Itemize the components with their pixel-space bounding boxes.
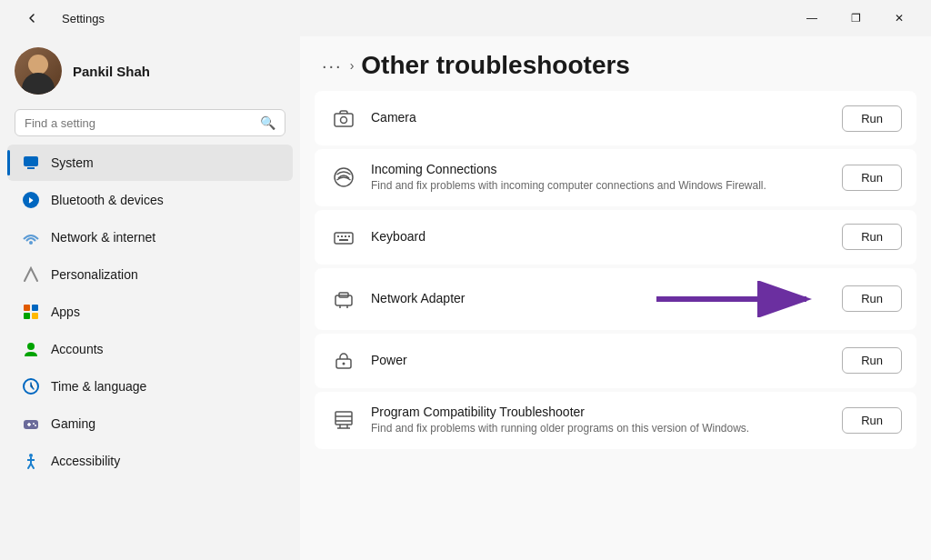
ts-network-adapter-run-btn[interactable]: Run: [842, 285, 902, 312]
ts-item-incoming-connections: Incoming Connections Find and fix proble…: [315, 149, 916, 206]
arrow-annotation: [647, 281, 829, 317]
ts-power-info: Power: [371, 353, 829, 369]
svg-rect-25: [341, 235, 343, 237]
sidebar-item-accessibility[interactable]: Accessibility: [7, 443, 293, 479]
search-input[interactable]: [25, 116, 253, 130]
svg-rect-1: [27, 167, 35, 169]
system-icon: [22, 154, 40, 172]
power-icon: [329, 346, 358, 375]
maximize-button[interactable]: ❐: [835, 4, 876, 33]
svg-point-15: [29, 454, 33, 457]
user-profile[interactable]: Pankil Shah: [0, 36, 300, 109]
ts-network-adapter-info: Network Adapter: [371, 291, 635, 307]
bluetooth-icon: [22, 191, 40, 209]
window-controls: — ❐ ✕: [791, 4, 920, 33]
sidebar-item-system-label: System: [51, 155, 94, 170]
sidebar-item-time-label: Time & language: [51, 379, 146, 394]
svg-rect-0: [24, 156, 38, 166]
ts-power-name: Power: [371, 353, 829, 367]
ts-item-program-compatibility: Program Compatibility Troubleshooter Fin…: [315, 392, 916, 449]
ts-item-power: Power Run: [315, 334, 916, 388]
program-compatibility-icon: [329, 405, 358, 435]
svg-rect-12: [27, 424, 31, 425]
personalization-icon: [22, 265, 40, 284]
svg-point-21: [341, 117, 347, 124]
sidebar-item-accessibility-label: Accessibility: [51, 454, 120, 468]
sidebar-item-accounts-label: Accounts: [51, 342, 104, 356]
sidebar-item-network[interactable]: Network & internet: [7, 219, 293, 255]
purple-arrow-icon: [647, 281, 829, 317]
ts-program-compat-run-btn[interactable]: Run: [842, 407, 902, 434]
ts-incoming-desc: Find and fix problems with incoming comp…: [371, 178, 829, 194]
main-content: ··· › Other troubleshooters Camera Run: [300, 36, 931, 560]
close-button[interactable]: ✕: [878, 4, 920, 33]
sidebar-item-apps[interactable]: Apps: [7, 294, 293, 330]
sidebar-item-time[interactable]: Time & language: [7, 368, 293, 405]
svg-point-13: [33, 423, 35, 425]
svg-point-3: [29, 241, 33, 245]
sidebar-item-bluetooth-label: Bluetooth & devices: [51, 193, 164, 207]
accounts-icon: [22, 340, 40, 358]
search-box[interactable]: 🔍: [15, 109, 285, 136]
svg-point-14: [35, 425, 36, 426]
ts-camera-run-btn[interactable]: Run: [842, 105, 902, 132]
svg-rect-6: [24, 313, 30, 319]
sidebar-item-accounts[interactable]: Accounts: [7, 331, 293, 367]
sidebar-item-network-label: Network & internet: [51, 230, 155, 245]
ts-power-run-btn[interactable]: Run: [842, 347, 902, 374]
sidebar-item-gaming-label: Gaming: [51, 416, 95, 431]
apps-icon: [22, 303, 40, 321]
avatar: [15, 47, 62, 95]
svg-rect-5: [32, 305, 38, 311]
network-adapter-icon: [329, 285, 358, 314]
page-title: Other troubleshooters: [361, 51, 630, 80]
keyboard-icon: [329, 223, 358, 252]
username: Pankil Shah: [73, 64, 150, 79]
search-icon: 🔍: [260, 115, 275, 130]
ts-keyboard-info: Keyboard: [371, 229, 829, 245]
breadcrumb-arrow: ›: [350, 58, 355, 73]
svg-point-36: [343, 362, 345, 365]
ts-keyboard-run-btn[interactable]: Run: [842, 224, 902, 250]
camera-icon: [329, 104, 358, 133]
sidebar-item-bluetooth[interactable]: Bluetooth & devices: [7, 182, 293, 218]
svg-rect-20: [335, 114, 353, 126]
minimize-button[interactable]: —: [791, 4, 833, 33]
ts-camera-name: Camera: [371, 110, 829, 125]
time-icon: [22, 377, 40, 395]
svg-rect-28: [339, 239, 348, 241]
back-button[interactable]: [11, 4, 53, 33]
svg-line-19: [31, 464, 34, 468]
svg-rect-4: [24, 305, 30, 311]
sidebar-item-apps-label: Apps: [51, 305, 80, 319]
app-title: Settings: [62, 12, 105, 25]
network-icon: [22, 228, 40, 246]
titlebar-left: Settings: [11, 4, 105, 33]
ts-incoming-run-btn[interactable]: Run: [842, 165, 902, 191]
titlebar: Settings — ❐ ✕: [0, 0, 931, 36]
ts-program-compat-name: Program Compatibility Troubleshooter: [371, 405, 829, 419]
svg-rect-23: [335, 233, 353, 244]
sidebar-item-gaming[interactable]: Gaming: [7, 405, 293, 442]
troubleshooter-list: Camera Run Incoming Connections Find and: [300, 91, 931, 449]
svg-point-8: [27, 343, 35, 350]
ts-incoming-info: Incoming Connections Find and fix proble…: [371, 162, 829, 194]
svg-rect-37: [335, 412, 352, 425]
app-body: Pankil Shah 🔍 System: [0, 36, 931, 560]
svg-rect-27: [348, 235, 350, 237]
ts-program-compat-info: Program Compatibility Troubleshooter Fin…: [371, 405, 829, 436]
sidebar: Pankil Shah 🔍 System: [0, 36, 300, 560]
ts-incoming-name: Incoming Connections: [371, 162, 829, 176]
accessibility-icon: [22, 452, 40, 470]
ts-item-network-adapter: Network Adapter Run: [315, 268, 916, 330]
sidebar-item-personalization[interactable]: Personalization: [7, 256, 293, 293]
gaming-icon: [22, 415, 40, 433]
svg-rect-7: [32, 313, 38, 319]
ts-network-adapter-name: Network Adapter: [371, 291, 635, 305]
ts-item-keyboard: Keyboard Run: [315, 210, 916, 265]
svg-rect-26: [345, 235, 346, 237]
ts-keyboard-name: Keyboard: [371, 229, 829, 244]
breadcrumb-dots[interactable]: ···: [322, 55, 343, 76]
ts-program-compat-desc: Find and fix problems with running older…: [371, 421, 829, 436]
sidebar-item-system[interactable]: System: [7, 145, 293, 181]
